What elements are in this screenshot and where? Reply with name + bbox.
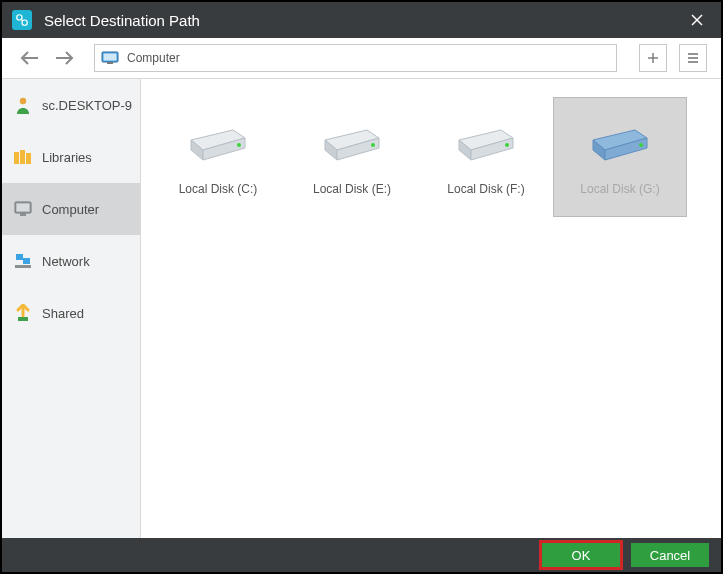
svg-point-37 [505,143,509,147]
new-folder-button[interactable] [639,44,667,72]
dialog-window: Select Destination Path Computer [0,0,723,574]
back-button[interactable] [16,44,44,72]
computer-icon [14,200,32,218]
svg-point-41 [639,143,643,147]
sidebar-item-libraries[interactable]: Libraries [2,131,140,183]
disk-item-g[interactable]: Local Disk (G:) [553,97,687,217]
path-text: Computer [127,51,180,65]
disk-icon [451,118,521,168]
network-icon [14,252,32,270]
path-input[interactable]: Computer [94,44,617,72]
content-area: Local Disk (C:) Local Disk (E:) [141,79,721,538]
arrow-left-icon [20,50,40,66]
sidebar-item-label: sc.DESKTOP-9 [42,98,132,113]
computer-icon [101,51,119,65]
disk-grid: Local Disk (C:) Local Disk (E:) [151,97,711,217]
sidebar-item-computer[interactable]: Computer [2,183,140,235]
svg-rect-21 [20,213,26,216]
svg-point-33 [371,143,375,147]
user-icon [14,96,32,114]
list-icon [686,51,700,65]
sidebar-item-label: Libraries [42,150,92,165]
disk-label: Local Disk (F:) [447,182,524,196]
svg-rect-24 [15,265,31,268]
cancel-button[interactable]: Cancel [631,543,709,567]
svg-rect-9 [107,62,113,64]
disk-item-f[interactable]: Local Disk (F:) [419,97,553,217]
svg-rect-17 [20,150,25,164]
disk-icon [317,118,387,168]
ok-button[interactable]: OK [542,543,620,567]
app-icon [12,10,32,30]
libraries-icon [14,148,32,166]
svg-point-15 [20,98,26,104]
svg-line-2 [21,19,23,21]
disk-label: Local Disk (C:) [179,182,258,196]
svg-rect-16 [14,152,19,164]
disk-label: Local Disk (E:) [313,182,391,196]
sidebar-item-desktop[interactable]: sc.DESKTOP-9 [2,79,140,131]
forward-button[interactable] [50,44,78,72]
disk-icon [183,118,253,168]
disk-icon [585,118,655,168]
titlebar: Select Destination Path [2,2,721,38]
ok-highlight: OK [539,540,623,570]
svg-rect-22 [16,254,23,260]
plus-icon [646,51,660,65]
arrow-right-icon [54,50,74,66]
sidebar-item-network[interactable]: Network [2,235,140,287]
footer: OK Cancel [2,538,721,572]
svg-rect-20 [17,204,30,212]
close-button[interactable] [675,2,719,38]
svg-point-29 [237,143,241,147]
dialog-title: Select Destination Path [44,12,675,29]
shared-icon [14,304,32,322]
close-icon [691,14,703,26]
disk-label: Local Disk (G:) [580,182,659,196]
sidebar-item-shared[interactable]: Shared [2,287,140,339]
sidebar-item-label: Network [42,254,90,269]
disk-item-e[interactable]: Local Disk (E:) [285,97,419,217]
svg-rect-23 [23,258,30,264]
sidebar: sc.DESKTOP-9 Libraries Computer Network [2,79,141,538]
body: sc.DESKTOP-9 Libraries Computer Network [2,79,721,538]
disk-item-c[interactable]: Local Disk (C:) [151,97,285,217]
view-list-button[interactable] [679,44,707,72]
svg-rect-25 [18,317,28,321]
sidebar-item-label: Computer [42,202,99,217]
sidebar-item-label: Shared [42,306,84,321]
toolbar: Computer [2,38,721,79]
svg-rect-18 [26,153,31,164]
svg-rect-8 [104,54,117,61]
